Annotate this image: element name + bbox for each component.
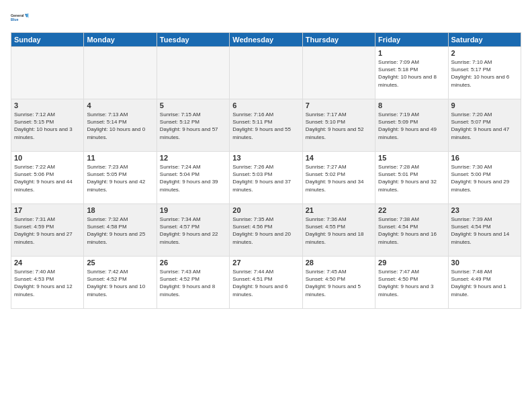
day-number: 7 [306, 101, 372, 109]
weekday-header-saturday: Saturday [448, 33, 521, 47]
day-info: Sunrise: 7:42 AM Sunset: 4:52 PM Dayligh… [87, 268, 153, 298]
day-info: Sunrise: 7:23 AM Sunset: 5:05 PM Dayligh… [87, 163, 153, 193]
calendar-cell-week3-day4: 13Sunrise: 7:26 AM Sunset: 5:03 PM Dayli… [230, 152, 302, 204]
calendar-cell-week2-day4: 6Sunrise: 7:16 AM Sunset: 5:11 PM Daylig… [230, 99, 302, 152]
logo: GeneralBlue [11, 8, 30, 27]
day-number: 26 [160, 259, 226, 267]
day-number: 22 [378, 206, 445, 214]
calendar-header-row: SundayMondayTuesdayWednesdayThursdayFrid… [11, 33, 521, 47]
day-info: Sunrise: 7:28 AM Sunset: 5:01 PM Dayligh… [378, 163, 445, 193]
day-info: Sunrise: 7:34 AM Sunset: 4:57 PM Dayligh… [160, 216, 226, 246]
day-number: 1 [378, 49, 445, 57]
calendar-cell-week1-day6: 1Sunrise: 7:09 AM Sunset: 5:18 PM Daylig… [375, 47, 448, 99]
calendar-cell-week3-day1: 10Sunrise: 7:22 AM Sunset: 5:06 PM Dayli… [11, 152, 84, 204]
svg-text:Blue: Blue [11, 17, 18, 21]
day-info: Sunrise: 7:45 AM Sunset: 4:50 PM Dayligh… [306, 268, 372, 298]
calendar-cell-week3-day5: 14Sunrise: 7:27 AM Sunset: 5:02 PM Dayli… [302, 152, 375, 204]
day-number: 27 [232, 259, 299, 267]
day-info: Sunrise: 7:36 AM Sunset: 4:55 PM Dayligh… [306, 216, 372, 246]
day-number: 24 [14, 259, 81, 267]
day-info: Sunrise: 7:20 AM Sunset: 5:07 PM Dayligh… [451, 111, 518, 141]
calendar-cell-week2-day3: 5Sunrise: 7:15 AM Sunset: 5:12 PM Daylig… [157, 99, 229, 152]
calendar-cell-week4-day5: 21Sunrise: 7:36 AM Sunset: 4:55 PM Dayli… [302, 204, 375, 257]
day-info: Sunrise: 7:22 AM Sunset: 5:06 PM Dayligh… [14, 163, 81, 193]
day-number: 10 [14, 154, 81, 162]
calendar-cell-week1-day5 [302, 47, 375, 99]
svg-text:General: General [11, 13, 24, 17]
day-info: Sunrise: 7:35 AM Sunset: 4:56 PM Dayligh… [232, 216, 299, 246]
page-container: GeneralBlue SundayMondayTuesdayWednesday… [0, 0, 532, 411]
calendar-cell-week4-day2: 18Sunrise: 7:32 AM Sunset: 4:58 PM Dayli… [84, 204, 157, 257]
day-info: Sunrise: 7:15 AM Sunset: 5:12 PM Dayligh… [160, 111, 226, 141]
calendar-cell-week1-day3 [157, 47, 229, 99]
day-info: Sunrise: 7:32 AM Sunset: 4:58 PM Dayligh… [87, 216, 153, 246]
day-number: 11 [87, 154, 153, 162]
day-info: Sunrise: 7:09 AM Sunset: 5:18 PM Dayligh… [378, 58, 445, 89]
day-info: Sunrise: 7:31 AM Sunset: 4:59 PM Dayligh… [14, 216, 81, 246]
day-number: 2 [451, 49, 518, 57]
calendar-week-3: 10Sunrise: 7:22 AM Sunset: 5:06 PM Dayli… [11, 152, 521, 204]
calendar-week-1: 1Sunrise: 7:09 AM Sunset: 5:18 PM Daylig… [11, 47, 521, 99]
day-number: 21 [306, 206, 372, 214]
calendar-cell-week5-day4: 27Sunrise: 7:44 AM Sunset: 4:51 PM Dayli… [230, 257, 302, 309]
calendar-cell-week5-day5: 28Sunrise: 7:45 AM Sunset: 4:50 PM Dayli… [302, 257, 375, 309]
day-info: Sunrise: 7:12 AM Sunset: 5:15 PM Dayligh… [14, 111, 81, 141]
day-number: 18 [87, 206, 153, 214]
calendar-cell-week5-day2: 25Sunrise: 7:42 AM Sunset: 4:52 PM Dayli… [84, 257, 157, 309]
calendar-cell-week2-day6: 8Sunrise: 7:19 AM Sunset: 5:09 PM Daylig… [375, 99, 448, 152]
weekday-header-sunday: Sunday [11, 33, 84, 47]
calendar-cell-week5-day1: 24Sunrise: 7:40 AM Sunset: 4:53 PM Dayli… [11, 257, 84, 309]
calendar-cell-week5-day6: 29Sunrise: 7:47 AM Sunset: 4:50 PM Dayli… [375, 257, 448, 309]
logo-icon: GeneralBlue [11, 8, 30, 27]
calendar-cell-week3-day6: 15Sunrise: 7:28 AM Sunset: 5:01 PM Dayli… [375, 152, 448, 204]
day-info: Sunrise: 7:40 AM Sunset: 4:53 PM Dayligh… [14, 268, 81, 298]
day-number: 29 [378, 259, 445, 267]
calendar-cell-week2-day1: 3Sunrise: 7:12 AM Sunset: 5:15 PM Daylig… [11, 99, 84, 152]
calendar-cell-week5-day3: 26Sunrise: 7:43 AM Sunset: 4:52 PM Dayli… [157, 257, 229, 309]
calendar-cell-week2-day5: 7Sunrise: 7:17 AM Sunset: 5:10 PM Daylig… [302, 99, 375, 152]
day-info: Sunrise: 7:24 AM Sunset: 5:04 PM Dayligh… [160, 163, 226, 193]
day-info: Sunrise: 7:16 AM Sunset: 5:11 PM Dayligh… [232, 111, 299, 141]
day-number: 17 [14, 206, 81, 214]
day-number: 25 [87, 259, 153, 267]
day-number: 14 [306, 154, 372, 162]
calendar-cell-week4-day4: 20Sunrise: 7:35 AM Sunset: 4:56 PM Dayli… [230, 204, 302, 257]
day-number: 30 [451, 259, 518, 267]
calendar-table: SundayMondayTuesdayWednesdayThursdayFrid… [11, 32, 521, 309]
calendar-cell-week2-day2: 4Sunrise: 7:13 AM Sunset: 5:14 PM Daylig… [84, 99, 157, 152]
calendar-cell-week4-day6: 22Sunrise: 7:38 AM Sunset: 4:54 PM Dayli… [375, 204, 448, 257]
day-info: Sunrise: 7:47 AM Sunset: 4:50 PM Dayligh… [378, 268, 445, 298]
day-number: 8 [378, 101, 445, 109]
day-info: Sunrise: 7:10 AM Sunset: 5:17 PM Dayligh… [451, 58, 518, 89]
day-number: 6 [232, 101, 299, 109]
calendar-cell-week3-day2: 11Sunrise: 7:23 AM Sunset: 5:05 PM Dayli… [84, 152, 157, 204]
calendar-cell-week4-day1: 17Sunrise: 7:31 AM Sunset: 4:59 PM Dayli… [11, 204, 84, 257]
calendar-cell-week3-day3: 12Sunrise: 7:24 AM Sunset: 5:04 PM Dayli… [157, 152, 229, 204]
day-info: Sunrise: 7:17 AM Sunset: 5:10 PM Dayligh… [306, 111, 372, 141]
day-number: 5 [160, 101, 226, 109]
day-number: 3 [14, 101, 81, 109]
calendar-cell-week4-day7: 23Sunrise: 7:39 AM Sunset: 4:54 PM Dayli… [448, 204, 521, 257]
day-info: Sunrise: 7:13 AM Sunset: 5:14 PM Dayligh… [87, 111, 153, 141]
calendar-cell-week5-day7: 30Sunrise: 7:48 AM Sunset: 4:49 PM Dayli… [448, 257, 521, 309]
day-info: Sunrise: 7:39 AM Sunset: 4:54 PM Dayligh… [451, 216, 518, 246]
calendar-week-2: 3Sunrise: 7:12 AM Sunset: 5:15 PM Daylig… [11, 99, 521, 152]
calendar-cell-week2-day7: 9Sunrise: 7:20 AM Sunset: 5:07 PM Daylig… [448, 99, 521, 152]
weekday-header-monday: Monday [84, 33, 157, 47]
calendar-cell-week1-day4 [230, 47, 302, 99]
day-number: 12 [160, 154, 226, 162]
day-info: Sunrise: 7:44 AM Sunset: 4:51 PM Dayligh… [232, 268, 299, 298]
day-number: 13 [232, 154, 299, 162]
day-number: 20 [232, 206, 299, 214]
day-number: 16 [451, 154, 518, 162]
day-info: Sunrise: 7:30 AM Sunset: 5:00 PM Dayligh… [451, 163, 518, 193]
day-number: 15 [378, 154, 445, 162]
day-info: Sunrise: 7:48 AM Sunset: 4:49 PM Dayligh… [451, 268, 518, 298]
day-info: Sunrise: 7:38 AM Sunset: 4:54 PM Dayligh… [378, 216, 445, 246]
day-number: 4 [87, 101, 153, 109]
calendar-cell-week1-day1 [11, 47, 84, 99]
weekday-header-thursday: Thursday [302, 33, 375, 47]
weekday-header-tuesday: Tuesday [157, 33, 229, 47]
page-header: GeneralBlue [11, 8, 521, 27]
day-number: 9 [451, 101, 518, 109]
